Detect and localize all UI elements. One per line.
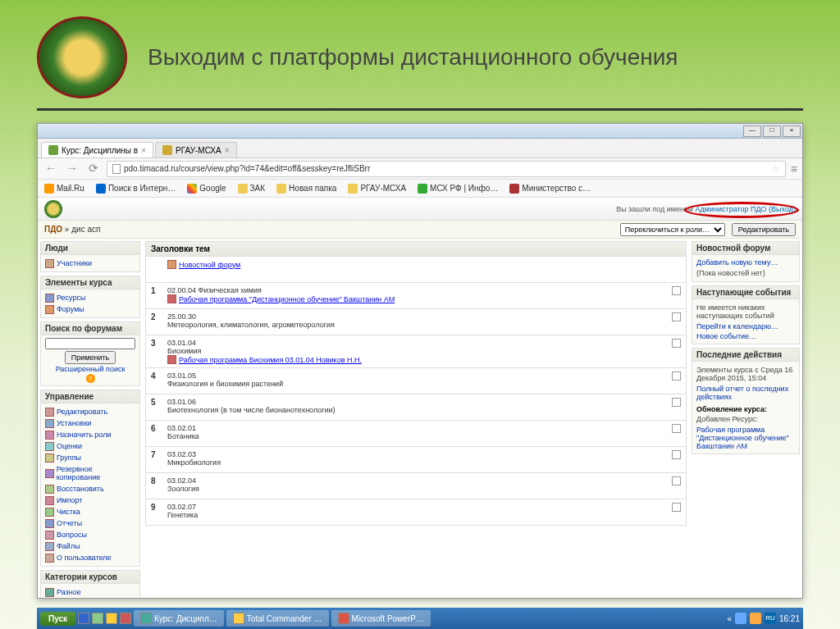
bookmark-star-icon[interactable]: ☆ (771, 163, 780, 175)
admin-link[interactable]: Оценки (57, 441, 82, 451)
browser-tab-active[interactable]: Курс: Дисциплины в × (41, 142, 153, 157)
bookmark-item[interactable]: Поиск в Интерн… (96, 184, 176, 194)
resource-icon (45, 294, 54, 303)
topic-title: Биотехнология (в том числе бионанотехнол… (167, 406, 665, 414)
bookmark-item[interactable]: МСХ РФ | Инфо… (418, 184, 498, 194)
topic-checkbox[interactable] (672, 503, 681, 512)
topic-title: Метеорология, климатология, агрометеорол… (167, 321, 665, 329)
topic-checkbox[interactable] (672, 371, 681, 381)
user-link[interactable]: Администратор ПДО (696, 205, 767, 213)
admin-link[interactable]: Вопросы (57, 530, 87, 540)
participants-link[interactable]: Участники (57, 258, 92, 268)
topic-checkbox[interactable] (672, 476, 681, 485)
admin-link[interactable]: Установки (57, 418, 91, 428)
tab-close-icon[interactable]: × (225, 146, 230, 155)
new-event-link[interactable]: Новое событие… (696, 331, 795, 341)
advanced-search-link[interactable]: Расширенный поиск (45, 364, 135, 374)
tray-icon[interactable] (735, 613, 746, 624)
topic-row: 703.02.03Микробиология (145, 447, 687, 473)
topic-number: 1 (151, 286, 161, 295)
bookmark-item[interactable]: РГАУ-МСХА (348, 184, 406, 194)
add-topic-link[interactable]: Добавить новую тему… (696, 258, 795, 267)
topic-title: Ботаника (167, 432, 665, 440)
admin-icon (45, 454, 54, 463)
resource-link[interactable]: Рабочая программа "Дистанционное обучени… (179, 295, 395, 303)
close-button[interactable]: × (783, 125, 801, 137)
browser-tabs: Курс: Дисциплины в × РГАУ-МСХА × (38, 139, 802, 158)
maximize-button[interactable]: □ (763, 125, 781, 137)
quicklaunch-icon[interactable] (120, 613, 131, 624)
topic-checkbox[interactable] (672, 398, 681, 407)
topic-row: 503.01.06Биотехнология (в том числе бион… (145, 394, 687, 421)
topic-checkbox[interactable] (672, 450, 681, 459)
minimize-button[interactable]: — (743, 125, 761, 137)
language-indicator[interactable]: RU (765, 613, 776, 624)
admin-link[interactable]: Файлы (57, 541, 80, 551)
help-icon[interactable]: ? (86, 374, 95, 383)
moodle-icon (48, 145, 58, 155)
topic-checkbox[interactable] (672, 286, 681, 295)
topic-checkbox[interactable] (672, 312, 681, 321)
bookmark-item[interactable]: Новая папка (276, 184, 336, 194)
bookmark-item[interactable]: Google (187, 184, 226, 194)
admin-link[interactable]: Отчеты (57, 518, 82, 528)
reload-button[interactable]: ⟳ (85, 162, 102, 176)
block-header: Последние действия (692, 349, 799, 362)
admin-link[interactable]: Импорт (57, 495, 82, 505)
full-report-link[interactable]: Полный отчет о последних действиях (696, 384, 795, 402)
quicklaunch-icon[interactable] (78, 613, 89, 624)
forum-search-input[interactable] (45, 338, 135, 349)
browser-menu-button[interactable]: ≡ (791, 162, 797, 175)
breadcrumb-home[interactable]: ПДО (44, 225, 62, 234)
bookmarks-bar: Mail.Ru Поиск в Интерн… Google ЗАК Новая… (38, 180, 802, 198)
quicklaunch-icon[interactable] (106, 613, 117, 624)
bookmark-item[interactable]: ЗАК (238, 184, 266, 194)
admin-link[interactable]: Редактировать (57, 407, 107, 417)
category-link[interactable]: Разное (57, 587, 81, 597)
admin-link[interactable]: Назначить роли (57, 430, 111, 440)
address-bar[interactable]: pdo.timacad.ru/course/view.php?id=74&edi… (107, 161, 786, 177)
back-button[interactable]: ← (43, 162, 59, 176)
update-resource-link[interactable]: Рабочая программа "Дистанционное обучени… (696, 425, 795, 451)
search-apply-button[interactable]: Применить (65, 351, 116, 364)
role-select[interactable]: Переключиться к роли… (620, 223, 725, 236)
resources-link[interactable]: Ресурсы (57, 293, 86, 303)
forums-link[interactable]: Форумы (57, 304, 84, 314)
admin-link[interactable]: Восстановить (57, 484, 104, 494)
admin-icon (45, 419, 54, 428)
topic-title: Физиология и биохимия растений (167, 380, 665, 388)
admin-link[interactable]: Группы (57, 453, 81, 463)
resource-link[interactable]: Рабочая программа Биохимия 03.01.04 Нови… (179, 356, 362, 364)
left-column: Люди Участники Элементы курса Ресурсы Фо… (38, 239, 143, 598)
bookmark-item[interactable]: Mail.Ru (44, 184, 84, 194)
calendar-link[interactable]: Перейти к календарю… (696, 321, 795, 331)
tray-icon[interactable] (750, 613, 761, 624)
edit-button[interactable]: Редактировать (732, 223, 796, 236)
taskbar-item[interactable]: Microsoft PowerP… (331, 610, 431, 627)
quicklaunch-icon[interactable] (92, 613, 103, 624)
admin-icon (45, 431, 54, 440)
site-icon (162, 145, 172, 155)
taskbar-item[interactable]: Total Commander … (226, 610, 329, 627)
site-icon (509, 184, 519, 194)
tab-label: РГАУ-МСХА (176, 146, 221, 155)
topic-checkbox[interactable] (672, 339, 681, 348)
news-forum-link[interactable]: Новостной форум (179, 261, 240, 269)
tray-expand-icon[interactable]: « (727, 614, 732, 623)
clock[interactable]: 16:21 (779, 614, 800, 623)
topic-checkbox[interactable] (672, 424, 681, 433)
tab-close-icon[interactable]: × (141, 146, 146, 155)
admin-link[interactable]: Резервное копирование (57, 464, 135, 482)
admin-link[interactable]: Чистка (57, 507, 80, 517)
admin-link[interactable]: О пользователе (57, 553, 112, 563)
bookmark-item[interactable]: Министерство с… (509, 184, 591, 194)
topic-row: 225.00.30Метеорология, климатология, агр… (145, 309, 687, 335)
taskbar-item[interactable]: Курс: Дисципл… (134, 610, 224, 627)
logout-link[interactable]: (Выход) (769, 205, 796, 213)
admin-icon (45, 496, 54, 505)
topic-number: 5 (151, 398, 161, 407)
topic-code: 03.01.06 (167, 398, 665, 406)
forward-button[interactable]: → (64, 162, 80, 176)
browser-tab[interactable]: РГАУ-МСХА × (155, 142, 237, 157)
start-button[interactable]: Пуск (40, 612, 75, 626)
